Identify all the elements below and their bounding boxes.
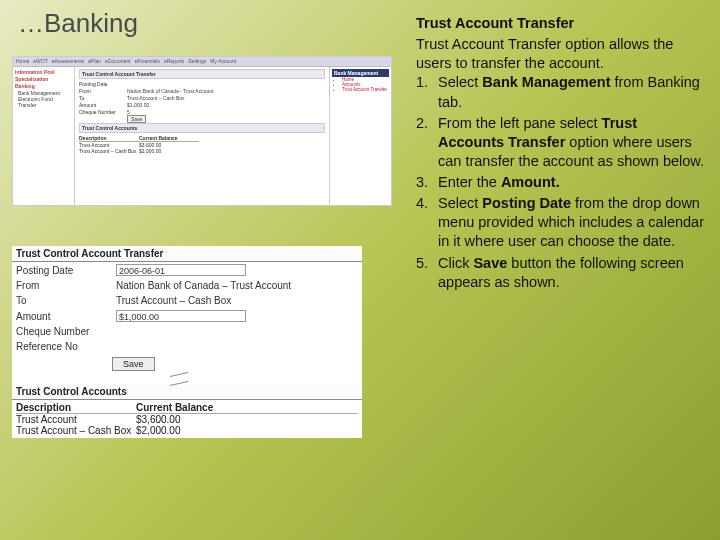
- instruction-step: 3.Enter the Amount.: [416, 173, 706, 192]
- posting-date-field[interactable]: 2006-06-01: [116, 264, 246, 276]
- amount-field[interactable]: $1,000.00: [116, 310, 246, 322]
- left-column: Home eWOT eAssessments ePlan eDocument e…: [12, 56, 394, 438]
- mini-tab: eAssessments: [52, 58, 85, 65]
- mini-th: Description: [79, 135, 139, 142]
- table-header: Description: [16, 402, 136, 413]
- instruction-step: 4.Select Posting Date from the drop down…: [416, 194, 706, 251]
- mini-tab: eFinancials: [135, 58, 160, 65]
- reference-no-label: Reference No: [16, 341, 116, 352]
- instructions-panel: Trust Account Transfer Trust Account Tra…: [416, 14, 706, 294]
- mini-left-item: Electronic Fund Transfer: [18, 96, 72, 108]
- table-cell: $2,000.00: [136, 425, 236, 436]
- instructions-list: 1.Select Bank Management from Banking ta…: [416, 73, 706, 291]
- amount-label: Amount: [16, 311, 116, 322]
- instruction-step: 2.From the left pane select Trust Accoun…: [416, 114, 706, 171]
- posting-date-label: Posting Date: [16, 265, 116, 276]
- table-cell: $3,600.00: [136, 414, 236, 425]
- mini-left-header: Specialization: [15, 76, 72, 82]
- from-label: From: [16, 280, 116, 291]
- mini-right-header: Bank Management: [332, 69, 389, 77]
- from-value: Nation Bank of Canada – Trust Account: [116, 280, 358, 291]
- mini-save-button[interactable]: Save: [127, 115, 146, 123]
- transfer-form: Trust Control Account Transfer Posting D…: [12, 246, 362, 438]
- mini-td: $2,000.00: [139, 148, 199, 154]
- mini-label: Posting Date: [79, 81, 127, 87]
- mini-main-pane: Trust Control Account Transfer Posting D…: [75, 67, 329, 205]
- table-header: Current Balance: [136, 402, 236, 413]
- mini-tab: eDocument: [105, 58, 131, 65]
- mini-tab: ePlan: [88, 58, 101, 65]
- section-divider: [12, 374, 362, 384]
- app-mini-screenshot: Home eWOT eAssessments ePlan eDocument e…: [12, 56, 392, 206]
- mini-label: To: [79, 95, 127, 101]
- mini-tab: eWOT: [33, 58, 47, 65]
- mini-tab: eReports: [164, 58, 184, 65]
- mini-label: Amount: [79, 102, 127, 108]
- mini-right-pane: Bank Management Home Accounts Trust Acco…: [329, 67, 391, 205]
- to-label: To: [16, 295, 116, 306]
- save-button[interactable]: Save: [112, 357, 155, 371]
- accounts-table: DescriptionCurrent Balance Trust Account…: [12, 400, 362, 438]
- mini-value: Nation Bank of Canada - Trust Account: [127, 88, 213, 94]
- slide-title: …Banking: [18, 8, 138, 39]
- mini-label: From: [79, 88, 127, 94]
- mini-label: Cheque Number: [79, 109, 127, 115]
- form-section-header: Trust Control Accounts: [12, 384, 362, 400]
- instructions-intro: Trust Account Transfer option allows the…: [416, 35, 706, 73]
- table-cell: Trust Account – Cash Box: [16, 425, 136, 436]
- mini-left-header: Banking: [15, 83, 72, 89]
- instruction-step: 1.Select Bank Management from Banking ta…: [416, 73, 706, 111]
- form-section-header: Trust Control Account Transfer: [12, 246, 362, 262]
- mini-section-title: Trust Control Accounts: [79, 123, 325, 133]
- mini-th: Current Balance: [139, 135, 199, 142]
- mini-tabs: Home eWOT eAssessments ePlan eDocument e…: [13, 57, 391, 67]
- mini-tab: My Account: [210, 58, 236, 65]
- mini-section-title: Trust Control Account Transfer: [79, 69, 325, 79]
- mini-value: $1,000.00: [127, 102, 149, 108]
- mini-td: Trust Account – Cash Box: [79, 148, 139, 154]
- to-value: Trust Account – Cash Box: [116, 295, 358, 306]
- mini-right-item: Trust Account Transfer: [342, 87, 389, 92]
- mini-left-pane: Information Pool Specialization Banking …: [13, 67, 75, 205]
- mini-left-header: Information Pool: [15, 69, 72, 75]
- mini-tab: Home: [16, 58, 29, 65]
- mini-value: Trust Account – Cash Box: [127, 95, 185, 101]
- table-cell: Trust Account: [16, 414, 136, 425]
- mini-tab: Settings: [188, 58, 206, 65]
- cheque-number-label: Cheque Number: [16, 326, 116, 337]
- instruction-step: 5.Click Save button the following screen…: [416, 254, 706, 292]
- mini-table: DescriptionCurrent Balance Trust Account…: [79, 135, 325, 154]
- instructions-heading: Trust Account Transfer: [416, 14, 706, 33]
